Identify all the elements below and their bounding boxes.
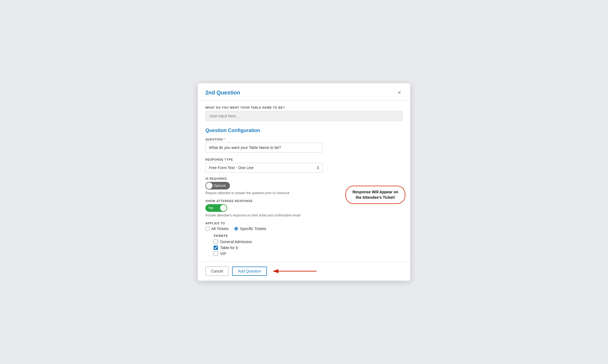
close-button[interactable]: × bbox=[396, 89, 403, 96]
footer-arrow-annotation bbox=[270, 267, 319, 275]
applies-to-label: APPLIES TO bbox=[205, 222, 403, 225]
modal-header: 2nd Question × bbox=[198, 83, 410, 100]
response-type-wrapper: Free Form Text - One Line Free Form Text… bbox=[205, 163, 323, 173]
config-section: Question Configuration QUESTION * RESPON… bbox=[205, 128, 403, 256]
applies-to-row: All Tickets Specific Tickets bbox=[205, 227, 403, 231]
is-required-label: IS REQUIRED bbox=[205, 177, 403, 180]
modal-footer: Cancel Add Question bbox=[198, 261, 410, 281]
top-question-input[interactable] bbox=[205, 111, 403, 121]
question-input[interactable] bbox=[205, 143, 323, 152]
yes-toggle[interactable]: Yes bbox=[205, 204, 227, 212]
all-tickets-radio-label[interactable]: All Tickets bbox=[205, 227, 229, 231]
response-type-select[interactable]: Free Form Text - One Line Free Form Text… bbox=[205, 163, 323, 173]
optional-toggle[interactable]: Optional bbox=[205, 182, 230, 189]
top-question-label: WHAT DO YOU WANT YOUR TABLE NAME TO BE? bbox=[205, 106, 403, 109]
modal-title: 2nd Question bbox=[205, 90, 240, 96]
required-marker: * bbox=[223, 138, 225, 141]
all-tickets-radio[interactable] bbox=[205, 227, 210, 231]
specific-tickets-radio-label[interactable]: Specific Tickets bbox=[234, 227, 266, 231]
modal-overlay: 2nd Question × WHAT DO YOU WANT YOUR TAB… bbox=[0, 0, 608, 364]
tickets-header: TICKETS bbox=[214, 234, 403, 237]
general-admission-label: General Admission bbox=[220, 240, 252, 244]
add-question-button[interactable]: Add Question bbox=[232, 267, 267, 276]
response-type-section: RESPONSE TYPE Free Form Text - One Line … bbox=[205, 158, 403, 173]
yes-toggle-knob bbox=[220, 205, 227, 211]
modal-body: WHAT DO YOU WANT YOUR TABLE NAME TO BE? … bbox=[198, 100, 410, 256]
top-question-section: WHAT DO YOU WANT YOUR TABLE NAME TO BE? bbox=[205, 106, 403, 121]
optional-toggle-row: Optional bbox=[205, 182, 403, 189]
is-required-section: IS REQUIRED Optional Require attendee to… bbox=[205, 177, 403, 195]
response-type-label: RESPONSE TYPE bbox=[205, 158, 403, 161]
attendee-hint: Include attendee's response on their tic… bbox=[205, 213, 403, 217]
cancel-button[interactable]: Cancel bbox=[205, 267, 229, 276]
config-section-title: Question Configuration bbox=[205, 128, 403, 133]
specific-tickets-label: Specific Tickets bbox=[240, 227, 266, 231]
question-field-section: QUESTION * bbox=[205, 138, 403, 157]
applies-to-section: APPLIES TO All Tickets Specific Tickets bbox=[205, 222, 403, 256]
table-for-6-checkbox[interactable] bbox=[214, 246, 218, 250]
ticket-row-vip: VIP bbox=[214, 252, 403, 256]
table-for-6-label: Table for 6 bbox=[220, 246, 238, 250]
general-admission-checkbox[interactable] bbox=[214, 240, 218, 244]
vip-checkbox[interactable] bbox=[214, 252, 218, 256]
optional-toggle-label: Optional bbox=[214, 184, 226, 188]
show-attendee-label: SHOW ATTENDEE RESPONSE bbox=[205, 199, 403, 203]
toggle-knob bbox=[206, 182, 212, 189]
attendee-response-section: Response Will Appear on the Attendee's T… bbox=[205, 199, 403, 217]
yes-toggle-label: Yes bbox=[208, 206, 214, 210]
required-hint: Require attendee to answer the question … bbox=[205, 191, 403, 195]
ticket-row-general: General Admission bbox=[214, 240, 403, 244]
specific-tickets-radio[interactable] bbox=[234, 227, 238, 231]
yes-toggle-row: Yes bbox=[205, 204, 403, 212]
question-field-label: QUESTION * bbox=[205, 138, 403, 141]
tickets-subsection: TICKETS General Admission Table for 6 VI… bbox=[214, 234, 403, 256]
modal-dialog: 2nd Question × WHAT DO YOU WANT YOUR TAB… bbox=[198, 83, 410, 281]
vip-label: VIP bbox=[220, 252, 226, 256]
all-tickets-label: All Tickets bbox=[211, 227, 229, 231]
ticket-row-table: Table for 6 bbox=[214, 246, 403, 250]
